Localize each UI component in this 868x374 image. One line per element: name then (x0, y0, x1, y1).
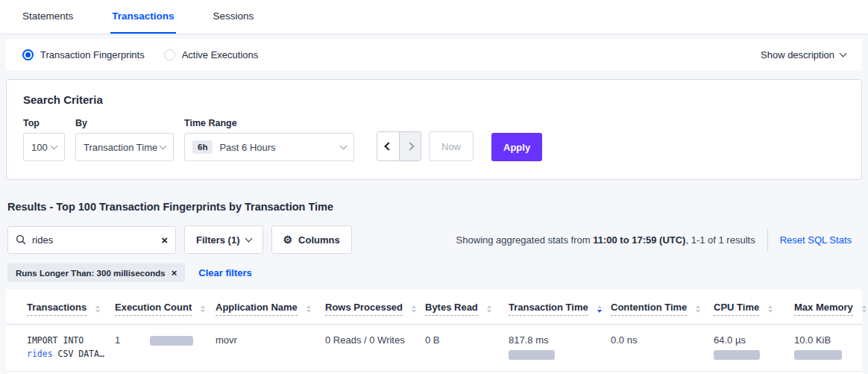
radio-label: Active Executions (182, 49, 259, 60)
sort-control[interactable] (306, 305, 311, 313)
sort-control[interactable] (487, 305, 491, 313)
by-label: By (75, 118, 174, 128)
chevron-down-icon (340, 143, 347, 150)
column-header-execution-count[interactable]: Execution Count (115, 290, 216, 325)
tab-transactions[interactable]: Transactions (110, 0, 175, 34)
column-header-rows-processed[interactable]: Rows Processed (325, 290, 425, 325)
view-toggle-band: Transaction Fingerprints Active Executio… (6, 39, 862, 70)
stats-time-range: 11:00 to 17:59 (UTC) (593, 234, 685, 246)
radio-transaction-fingerprints[interactable]: Transaction Fingerprints (22, 49, 145, 60)
cell-bytes-read: 0 B (425, 325, 509, 372)
chevron-down-icon (51, 143, 58, 150)
search-icon (16, 234, 26, 245)
sort-control[interactable] (862, 305, 867, 313)
search-input[interactable] (32, 234, 161, 246)
radio-label: Transaction Fingerprints (40, 49, 145, 60)
table-row: IMPORT INTO rides CSV DATA… 1 movr 0 Rea… (6, 325, 862, 372)
clear-search-icon[interactable]: × (161, 234, 168, 246)
time-range-value: Past 6 Hours (219, 142, 275, 153)
radio-active-executions[interactable]: Active Executions (164, 49, 259, 60)
column-header-bytes-read[interactable]: Bytes Read (425, 290, 509, 325)
column-header-application-name[interactable]: Application Name (216, 290, 325, 325)
now-button[interactable]: Now (429, 131, 474, 161)
cell-transaction-time: 817.8 ms (509, 325, 611, 372)
clear-filters-link[interactable]: Clear filters (198, 267, 252, 278)
cell-transaction-fingerprint: IMPORT INTO rides CSV DATA… (6, 325, 115, 372)
time-range-select[interactable]: 6h Past 6 Hours (184, 133, 354, 161)
time-range-prev-button[interactable] (377, 132, 399, 160)
chevron-down-icon (840, 50, 847, 57)
by-select-value: Transaction Time (84, 142, 157, 153)
time-range-next-button[interactable] (399, 132, 421, 160)
active-filters-row: Runs Longer Than: 300 milliseconds × Cle… (7, 264, 861, 282)
chevron-right-icon (406, 142, 414, 150)
show-description-toggle[interactable]: Show description (761, 49, 846, 60)
sort-control[interactable] (768, 305, 773, 313)
divider (767, 228, 768, 251)
chevron-left-icon (384, 142, 392, 150)
execution-count-bar (150, 336, 193, 346)
cell-contention-time: 0.0 ns (611, 325, 714, 372)
radio-unselected-icon (164, 49, 175, 60)
cell-cpu-time: 64.0 µs (714, 325, 794, 372)
cell-max-memory: 10.0 KiB (794, 325, 862, 372)
tab-statements[interactable]: Statements (21, 0, 75, 34)
column-header-cpu-time[interactable]: CPU Time (714, 290, 794, 325)
results-heading: Results - Top 100 Transaction Fingerprin… (7, 201, 861, 213)
cpu-time-bar (714, 350, 760, 360)
filters-button-label: Filters (1) (196, 234, 240, 246)
radio-selected-icon (22, 49, 34, 60)
chevron-down-icon (160, 143, 167, 150)
by-field: By Transaction Time (75, 118, 174, 161)
results-table: Transactions Execution Count Application… (6, 290, 862, 372)
time-range-label: Time Range (184, 118, 354, 128)
sort-control[interactable] (696, 305, 700, 313)
search-criteria-card: Search Criteria Top 100 By Transaction T… (6, 79, 862, 180)
top-select-value: 100 (31, 142, 48, 153)
results-toolbar: × Filters (1) ⚙ Columns Showing aggregat… (7, 225, 861, 254)
reset-sql-stats-link[interactable]: Reset SQL Stats (780, 234, 852, 246)
filter-chip-label: Runs Longer Than: 300 milliseconds (16, 269, 166, 278)
columns-button[interactable]: ⚙ Columns (271, 225, 352, 254)
time-range-badge: 6h (192, 140, 213, 154)
page-tabs: Statements Transactions Sessions (0, 0, 868, 34)
search-criteria-title: Search Criteria (23, 93, 845, 106)
time-range-field: Time Range 6h Past 6 Hours (184, 118, 354, 161)
columns-button-label: Columns (298, 234, 340, 246)
time-range-stepper (377, 131, 421, 161)
show-description-label: Show description (761, 49, 834, 60)
column-header-transactions[interactable]: Transactions (6, 290, 115, 325)
column-header-transaction-time[interactable]: Transaction Time (509, 290, 611, 325)
max-memory-bar (794, 350, 842, 360)
sort-control[interactable] (597, 305, 602, 313)
results-table-card: Transactions Execution Count Application… (6, 290, 862, 374)
top-select[interactable]: 100 (23, 133, 65, 161)
filters-button[interactable]: Filters (1) (184, 225, 263, 254)
remove-filter-icon[interactable]: × (172, 268, 177, 278)
column-header-contention-time[interactable]: Contention Time (611, 290, 714, 325)
top-field: Top 100 (23, 118, 65, 161)
sort-control[interactable] (95, 305, 100, 313)
table-header-row: Transactions Execution Count Application… (6, 290, 862, 325)
sort-control[interactable] (201, 305, 205, 313)
chevron-down-icon (245, 235, 252, 243)
filter-chip: Runs Longer Than: 300 milliseconds × (7, 264, 185, 282)
cell-rows-processed: 0 Reads / 0 Writes (325, 325, 425, 372)
apply-button[interactable]: Apply (491, 133, 542, 161)
gear-icon: ⚙ (283, 234, 293, 245)
by-select[interactable]: Transaction Time (75, 133, 174, 161)
sql-table-name: rides (27, 349, 53, 359)
tab-sessions[interactable]: Sessions (212, 0, 256, 34)
aggregated-stats-text: Showing aggregated stats from 11:00 to 1… (456, 234, 755, 246)
transaction-time-bar (509, 350, 555, 360)
cell-execution-count: 1 (115, 325, 216, 372)
top-label: Top (23, 118, 65, 128)
cell-application-name: movr (216, 325, 325, 372)
transaction-fingerprint-link[interactable]: IMPORT INTO rides CSV DATA… (27, 334, 110, 361)
sort-control[interactable] (412, 305, 416, 313)
view-type-radio-group: Transaction Fingerprints Active Executio… (22, 49, 258, 60)
column-header-max-memory[interactable]: Max Memory (794, 290, 862, 325)
search-box: × (7, 226, 176, 254)
